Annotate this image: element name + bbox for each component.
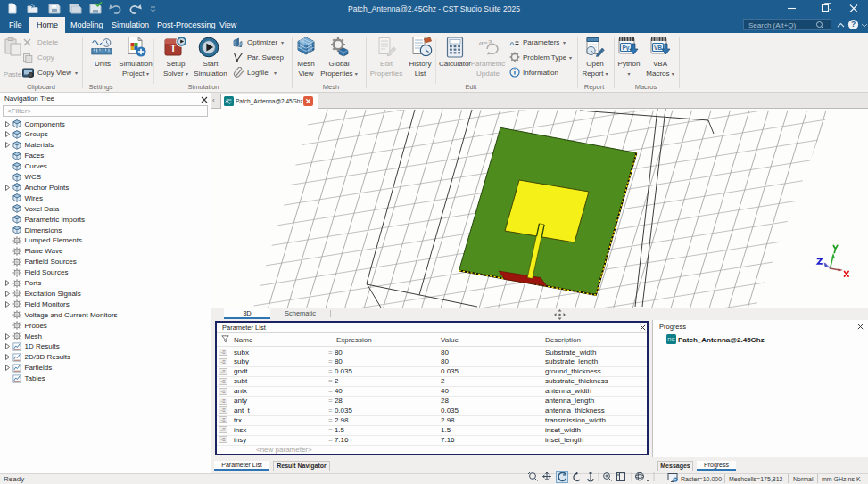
svg-text:a=?: a=? bbox=[479, 38, 492, 47]
svg-text:VB: VB bbox=[654, 45, 662, 51]
svg-text:?: ? bbox=[851, 20, 856, 29]
svg-text:RE: RE bbox=[667, 337, 674, 342]
svg-text:T: T bbox=[170, 43, 177, 53]
svg-text:Py: Py bbox=[623, 45, 630, 52]
